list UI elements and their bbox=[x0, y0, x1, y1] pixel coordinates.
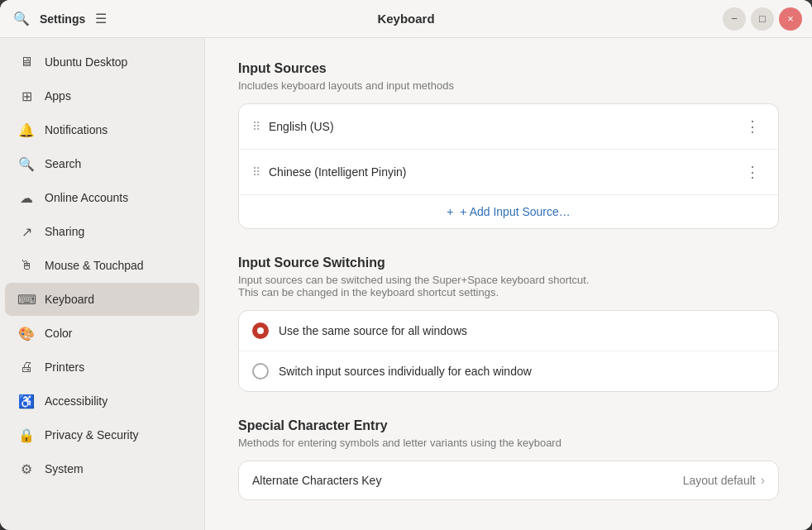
search-icon: 🔍 bbox=[18, 155, 35, 172]
window-controls: − □ × bbox=[597, 7, 802, 31]
content-area: 🖥 Ubuntu Desktop ⊞ Apps 🔔 Notifications … bbox=[0, 38, 812, 530]
sidebar-window-title: Settings bbox=[40, 12, 85, 26]
sidebar-item-sharing[interactable]: ↗ Sharing bbox=[5, 215, 199, 248]
search-icon-button[interactable]: 🔍 bbox=[10, 7, 33, 30]
apps-icon: ⊞ bbox=[18, 88, 35, 104]
drag-handle-icon: ⠿ bbox=[252, 120, 260, 133]
sidebar: 🖥 Ubuntu Desktop ⊞ Apps 🔔 Notifications … bbox=[0, 38, 205, 530]
drag-handle-icon-2: ⠿ bbox=[252, 165, 260, 179]
chevron-right-icon: › bbox=[761, 473, 765, 488]
sidebar-label-search: Search bbox=[45, 157, 81, 170]
plus-icon: + bbox=[447, 205, 453, 218]
close-button[interactable]: × bbox=[779, 7, 802, 31]
printers-icon: 🖨 bbox=[18, 359, 35, 375]
sidebar-item-privacy-security[interactable]: 🔒 Privacy & Security bbox=[5, 418, 199, 451]
alternate-chars-label: Alternate Characters Key bbox=[252, 474, 381, 487]
sidebar-item-printers[interactable]: 🖨 Printers bbox=[5, 351, 199, 384]
menu-button[interactable]: ☰ bbox=[92, 7, 110, 30]
color-icon: 🎨 bbox=[18, 325, 35, 341]
add-input-source-button[interactable]: + + Add Input Source… bbox=[239, 195, 778, 228]
sidebar-label-ubuntu-desktop: Ubuntu Desktop bbox=[45, 55, 127, 69]
input-source-label-chinese: Chinese (Intelligent Pinyin) bbox=[269, 165, 740, 179]
ubuntu-desktop-icon: 🖥 bbox=[18, 54, 35, 70]
special-char-title: Special Character Entry bbox=[238, 418, 779, 433]
input-sources-subtitle: Includes keyboard layouts and input meth… bbox=[238, 79, 779, 92]
sidebar-label-system: System bbox=[45, 462, 84, 475]
sidebar-item-color[interactable]: 🎨 Color bbox=[5, 317, 199, 350]
input-source-row-english[interactable]: ⠿ English (US) ⋮ bbox=[239, 104, 778, 150]
sidebar-label-privacy-security: Privacy & Security bbox=[45, 428, 139, 442]
main-panel: Input Sources Includes keyboard layouts … bbox=[205, 38, 812, 530]
titlebar: 🔍 Settings ☰ Keyboard − □ × bbox=[0, 0, 812, 38]
content-window-title: Keyboard bbox=[215, 12, 597, 26]
input-source-menu-chinese[interactable]: ⋮ bbox=[740, 161, 765, 183]
notifications-icon: 🔔 bbox=[18, 122, 35, 138]
alternate-chars-value-group: Layout default › bbox=[683, 473, 765, 488]
sharing-icon: ↗ bbox=[18, 223, 35, 240]
add-source-row[interactable]: + + Add Input Source… bbox=[239, 195, 778, 228]
system-icon: ⚙ bbox=[18, 461, 35, 477]
maximize-button[interactable]: □ bbox=[751, 7, 774, 31]
input-source-label-english: English (US) bbox=[269, 120, 740, 133]
settings-window: 🔍 Settings ☰ Keyboard − □ × 🖥 Ubuntu Des… bbox=[0, 0, 812, 530]
input-source-switching-section: Input Source Switching Input sources can… bbox=[238, 255, 779, 392]
sidebar-label-printers: Printers bbox=[45, 360, 84, 374]
sidebar-label-keyboard: Keyboard bbox=[45, 293, 94, 306]
sidebar-item-apps[interactable]: ⊞ Apps bbox=[5, 79, 199, 112]
switching-options-card: Use the same source for all windows Swit… bbox=[238, 310, 779, 392]
online-accounts-icon: ☁ bbox=[18, 189, 35, 206]
input-sources-card: ⠿ English (US) ⋮ ⠿ Chinese (Intelligent … bbox=[238, 103, 779, 229]
special-character-section: Special Character Entry Methods for ente… bbox=[238, 418, 779, 500]
sidebar-label-color: Color bbox=[45, 327, 72, 340]
radio-individual-source[interactable]: Switch input sources individually for ea… bbox=[239, 351, 778, 391]
minimize-button[interactable]: − bbox=[723, 7, 746, 31]
privacy-security-icon: 🔒 bbox=[18, 427, 35, 443]
special-char-subtitle: Methods for entering symbols and letter … bbox=[238, 437, 779, 449]
radio-individual-indicator bbox=[252, 363, 269, 380]
radio-same-source-label: Use the same source for all windows bbox=[279, 324, 467, 337]
sidebar-item-mouse-touchpad[interactable]: 🖱 Mouse & Touchpad bbox=[5, 249, 199, 282]
radio-same-source[interactable]: Use the same source for all windows bbox=[239, 311, 778, 351]
sidebar-item-search[interactable]: 🔍 Search bbox=[5, 147, 199, 180]
alternate-chars-value: Layout default bbox=[683, 474, 756, 487]
switching-title: Input Source Switching bbox=[238, 255, 779, 270]
keyboard-icon: ⌨ bbox=[18, 291, 35, 308]
sidebar-item-keyboard[interactable]: ⌨ Keyboard bbox=[5, 283, 199, 316]
accessibility-icon: ♿ bbox=[18, 393, 35, 409]
sidebar-item-system[interactable]: ⚙ System bbox=[5, 452, 199, 485]
sidebar-label-accessibility: Accessibility bbox=[45, 394, 107, 408]
sidebar-item-accessibility[interactable]: ♿ Accessibility bbox=[5, 384, 199, 418]
sidebar-label-apps: Apps bbox=[45, 89, 71, 103]
mouse-touchpad-icon: 🖱 bbox=[18, 257, 35, 274]
input-source-menu-english[interactable]: ⋮ bbox=[740, 116, 765, 137]
radio-individual-label: Switch input sources individually for ea… bbox=[279, 365, 532, 378]
input-sources-section: Input Sources Includes keyboard layouts … bbox=[238, 61, 779, 229]
sidebar-label-notifications: Notifications bbox=[45, 123, 107, 136]
sidebar-label-mouse-touchpad: Mouse & Touchpad bbox=[45, 259, 144, 272]
sidebar-item-online-accounts[interactable]: ☁ Online Accounts bbox=[5, 181, 199, 214]
switching-subtitle: Input sources can be switched using the … bbox=[238, 274, 779, 298]
sidebar-label-sharing: Sharing bbox=[45, 225, 84, 238]
sidebar-label-online-accounts: Online Accounts bbox=[45, 191, 128, 204]
input-sources-title: Input Sources bbox=[238, 61, 779, 76]
radio-same-source-indicator bbox=[252, 322, 269, 339]
alternate-chars-row[interactable]: Alternate Characters Key Layout default … bbox=[238, 461, 779, 500]
input-source-row-chinese[interactable]: ⠿ Chinese (Intelligent Pinyin) ⋮ bbox=[239, 150, 778, 195]
sidebar-item-notifications[interactable]: 🔔 Notifications bbox=[5, 113, 199, 146]
titlebar-left: 🔍 Settings ☰ bbox=[10, 7, 215, 30]
sidebar-item-ubuntu-desktop[interactable]: 🖥 Ubuntu Desktop bbox=[5, 45, 199, 79]
